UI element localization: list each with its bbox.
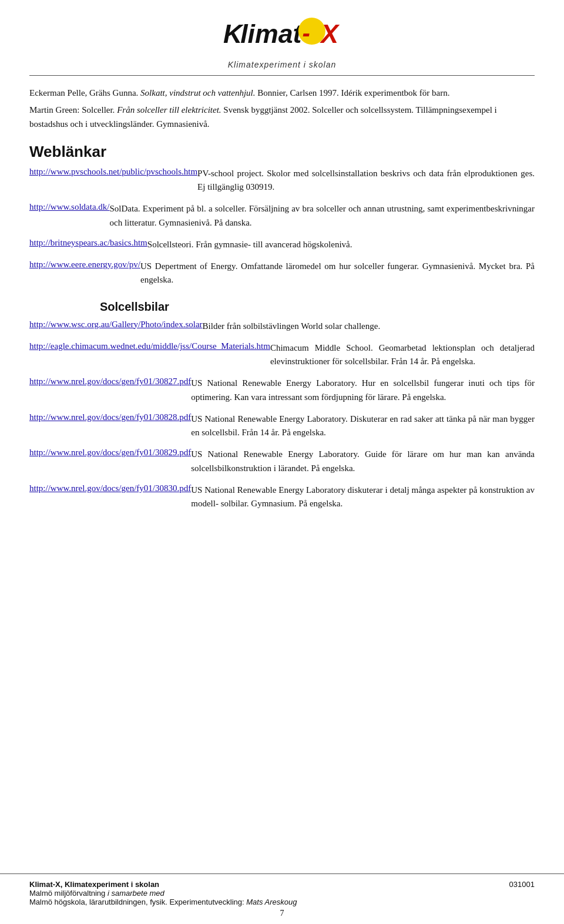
- svg-text:limat: limat: [240, 19, 303, 48]
- svg-text:X: X: [319, 19, 340, 48]
- solar-link-url-6[interactable]: http://www.nrel.gov/docs/gen/fy01/30830.…: [29, 483, 191, 493]
- solar-link-desc-2: Chimacum Middle School. Geomarbetad lekt…: [270, 341, 535, 369]
- link-block-4: http://www.eere.energy.gov/pv/ US Depert…: [29, 260, 535, 287]
- link-url-1[interactable]: http://www.pvschools.net/public/pvschool…: [29, 167, 197, 176]
- link-left-4: http://www.eere.energy.gov/pv/: [29, 260, 140, 270]
- link-desc-3: Solcellsteori. Från gymnasie- till avanc…: [147, 238, 535, 251]
- solar-link-block-5: http://www.nrel.gov/docs/gen/fy01/30829.…: [29, 448, 535, 475]
- footer-left: Klimat-X, Klimatexperiment i skolan Malm…: [29, 880, 297, 906]
- link-url-3[interactable]: http://britneyspears.ac/basics.htm: [29, 238, 147, 247]
- solar-link-url-2[interactable]: http://eagle.chimacum.wednet.edu/middle/…: [29, 341, 270, 351]
- footer-line1: Klimat-X, Klimatexperiment i skolan: [29, 880, 297, 889]
- footer-page: 7: [29, 909, 535, 918]
- footer-school: Malmö högskola, lärarutbildningen, fysik…: [29, 898, 246, 906]
- footer-author: Mats Areskoug: [246, 898, 297, 906]
- link-desc-4: US Depertment of Energy. Omfattande läro…: [140, 260, 535, 287]
- solar-link-block-1: http://www.wsc.org.au/Gallery/Photo/inde…: [29, 320, 535, 333]
- solar-link-url-3[interactable]: http://www.nrel.gov/docs/gen/fy01/30827.…: [29, 377, 191, 386]
- solar-link-left-4: http://www.nrel.gov/docs/gen/fy01/30828.…: [29, 412, 191, 422]
- link-url-2[interactable]: http://www.soldata.dk/: [29, 202, 110, 211]
- footer-org: Malmö miljöförvaltning: [29, 889, 108, 898]
- footer-row: Klimat-X, Klimatexperiment i skolan Malm…: [29, 880, 535, 906]
- solar-link-block-3: http://www.nrel.gov/docs/gen/fy01/30827.…: [29, 377, 535, 404]
- footer-title: Klimat-X, Klimatexperiment i skolan: [29, 880, 159, 889]
- weblänkar-section: Weblänkar http://www.pvschools.net/publi…: [29, 143, 535, 287]
- solar-link-url-4[interactable]: http://www.nrel.gov/docs/gen/fy01/30828.…: [29, 412, 191, 422]
- solar-link-desc-1: Bilder från solbilstävlingen World solar…: [203, 320, 535, 333]
- solar-link-desc-6: US National Renewable Energy Laboratory …: [191, 483, 535, 511]
- intro-line1: Eckerman Pelle, Grähs Gunna. Solkatt, vi…: [29, 86, 535, 100]
- solcellsbilar-heading: Solcellsbilar: [100, 300, 535, 314]
- link-desc-1: PV-school project. Skolor med solcellsin…: [197, 167, 535, 194]
- solar-link-desc-3: US National Renewable Energy Laboratory.…: [191, 377, 535, 404]
- logo-container: K limat - X Klimatexperiment i skolan: [29, 11, 535, 69]
- solar-link-left-3: http://www.nrel.gov/docs/gen/fy01/30827.…: [29, 377, 191, 387]
- link-left-3: http://britneyspears.ac/basics.htm: [29, 238, 147, 248]
- link-block-2: http://www.soldata.dk/ SolData. Experime…: [29, 202, 535, 230]
- logo-svg: K limat - X: [223, 11, 341, 58]
- solar-link-left-1: http://www.wsc.org.au/Gallery/Photo/inde…: [29, 320, 203, 330]
- header: K limat - X Klimatexperiment i skolan: [29, 0, 535, 76]
- logo-subtitle: Klimatexperiment i skolan: [228, 60, 337, 69]
- link-desc-2: SolData. Experiment på bl. a solceller. …: [110, 202, 535, 230]
- footer-org-italic: i samarbete med: [108, 889, 164, 898]
- link-block-3: http://britneyspears.ac/basics.htm Solce…: [29, 238, 535, 251]
- solar-link-url-1[interactable]: http://www.wsc.org.au/Gallery/Photo/inde…: [29, 320, 203, 329]
- solar-link-block-6: http://www.nrel.gov/docs/gen/fy01/30830.…: [29, 483, 535, 511]
- solar-link-left-5: http://www.nrel.gov/docs/gen/fy01/30829.…: [29, 448, 191, 458]
- weblänkar-heading: Weblänkar: [29, 143, 535, 161]
- footer: Klimat-X, Klimatexperiment i skolan Malm…: [0, 873, 564, 924]
- footer-line2: Malmö miljöförvaltning i samarbete med: [29, 889, 297, 898]
- link-url-4[interactable]: http://www.eere.energy.gov/pv/: [29, 260, 140, 269]
- link-left-1: http://www.pvschools.net/public/pvschool…: [29, 167, 197, 177]
- page-wrapper: K limat - X Klimatexperiment i skolan Ec…: [0, 0, 564, 924]
- intro-line2: Martin Green: Solceller. Från solceller …: [29, 103, 535, 131]
- intro-text: Eckerman Pelle, Grähs Gunna. Solkatt, vi…: [29, 86, 535, 131]
- solar-link-desc-4: US National Renewable Energy Laboratory.…: [191, 412, 535, 440]
- link-block-1: http://www.pvschools.net/public/pvschool…: [29, 167, 535, 194]
- solar-link-block-2: http://eagle.chimacum.wednet.edu/middle/…: [29, 341, 535, 369]
- solcellsbilar-section: Solcellsbilar http://www.wsc.org.au/Gall…: [29, 300, 535, 511]
- solar-link-left-2: http://eagle.chimacum.wednet.edu/middle/…: [29, 341, 270, 351]
- solar-link-left-6: http://www.nrel.gov/docs/gen/fy01/30830.…: [29, 483, 191, 493]
- solar-link-url-5[interactable]: http://www.nrel.gov/docs/gen/fy01/30829.…: [29, 448, 191, 457]
- footer-date: 031001: [509, 880, 535, 889]
- solar-link-block-4: http://www.nrel.gov/docs/gen/fy01/30828.…: [29, 412, 535, 440]
- footer-line3: Malmö högskola, lärarutbildningen, fysik…: [29, 898, 297, 906]
- svg-text:-: -: [303, 20, 310, 46]
- main-content: Eckerman Pelle, Grähs Gunna. Solkatt, vi…: [29, 86, 535, 924]
- solar-link-desc-5: US National Renewable Energy Laboratory.…: [191, 448, 535, 475]
- link-left-2: http://www.soldata.dk/: [29, 202, 110, 212]
